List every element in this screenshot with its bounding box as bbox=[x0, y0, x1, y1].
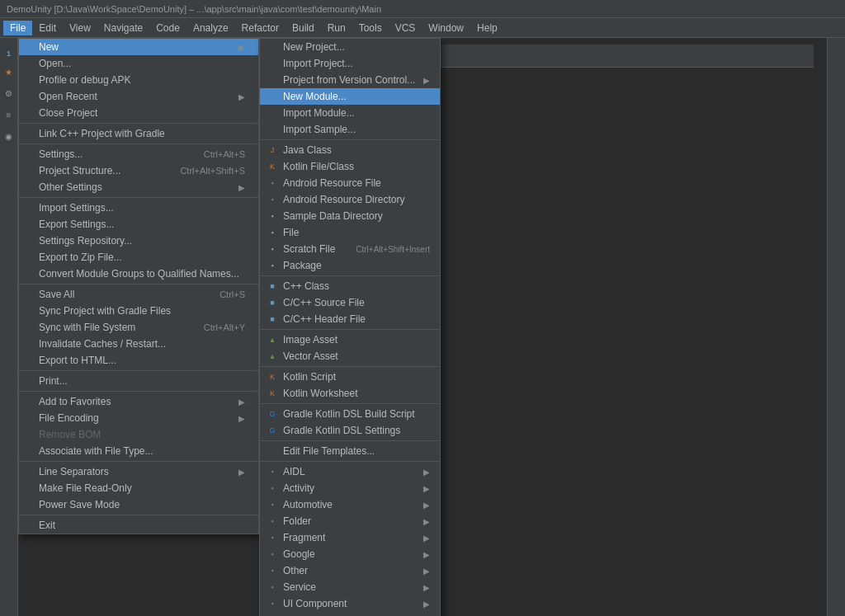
new-submenu-automotive[interactable]: ▪ Automotive ▶ bbox=[260, 496, 440, 513]
menu-item-export-settings[interactable]: Export Settings... bbox=[19, 216, 258, 233]
menu-item-settings[interactable]: Settings... Ctrl+Alt+S bbox=[19, 146, 258, 162]
line-separators-arrow-icon: ▶ bbox=[238, 468, 245, 477]
new-submenu-gradle-kotlin-build[interactable]: G Gradle Kotlin DSL Build Script bbox=[260, 406, 440, 422]
separator-5 bbox=[19, 370, 258, 371]
new-submenu-android-resource-dir[interactable]: ▪ Android Resource Directory bbox=[260, 191, 440, 208]
new-submenu-vector-asset[interactable]: ▲ Vector Asset bbox=[260, 348, 440, 364]
new-submenu-kotlin-script[interactable]: K Kotlin Script bbox=[260, 369, 440, 385]
import-module-icon bbox=[267, 107, 278, 119]
menu-item-close-project[interactable]: Close Project bbox=[19, 105, 258, 121]
menu-item-power-save-label: Power Save Mode bbox=[39, 499, 120, 510]
menu-item-print[interactable]: Print... bbox=[19, 373, 258, 389]
other-icon: ▪ bbox=[267, 565, 278, 576]
new-submenu-sample-data-dir[interactable]: ▪ Sample Data Directory bbox=[260, 208, 440, 224]
new-submenu-android-resource-file[interactable]: ▪ Android Resource File bbox=[260, 175, 440, 191]
menu-help[interactable]: Help bbox=[470, 21, 504, 35]
menu-item-exit[interactable]: Exit bbox=[19, 517, 258, 534]
new-submenu-java-class[interactable]: J Java Class bbox=[260, 142, 440, 158]
java-class-icon: J bbox=[267, 144, 278, 156]
new-submenu-cpp-class[interactable]: ■ C++ Class bbox=[260, 278, 440, 294]
menu-item-link-cpp[interactable]: Link C++ Project with Gradle bbox=[19, 125, 258, 142]
menu-file[interactable]: File bbox=[3, 21, 32, 35]
new-sep-2 bbox=[260, 275, 440, 276]
import-project-icon bbox=[267, 58, 278, 69]
menu-item-profile-debug[interactable]: Profile or debug APK bbox=[19, 72, 258, 88]
menu-analyze[interactable]: Analyze bbox=[186, 21, 235, 35]
new-submenu-service[interactable]: ▪ Service ▶ bbox=[260, 579, 440, 595]
menu-tools[interactable]: Tools bbox=[352, 21, 389, 35]
new-submenu-project-vcs[interactable]: Project from Version Control... ▶ bbox=[260, 72, 440, 88]
new-submenu-image-asset[interactable]: ▲ Image Asset bbox=[260, 332, 440, 348]
menu-item-associate-file-type[interactable]: Associate with File Type... bbox=[19, 443, 258, 459]
new-submenu-ui-component[interactable]: ▪ UI Component ▶ bbox=[260, 595, 440, 612]
new-submenu-scratch-file[interactable]: ▪ Scratch File Ctrl+Alt+Shift+Insert bbox=[260, 241, 440, 257]
new-submenu-edit-file-templates[interactable]: Edit File Templates... bbox=[260, 443, 440, 459]
menu-item-invalidate-caches[interactable]: Invalidate Caches / Restart... bbox=[19, 336, 258, 352]
new-submenu-activity[interactable]: ▪ Activity ▶ bbox=[260, 480, 440, 496]
menu-vcs[interactable]: VCS bbox=[389, 21, 422, 35]
menu-item-add-favorites[interactable]: Add to Favorites ▶ bbox=[19, 393, 258, 410]
menu-build[interactable]: Build bbox=[286, 21, 321, 35]
sidebar-captures-icon[interactable]: ◉ bbox=[0, 127, 18, 145]
google-arrow-icon: ▶ bbox=[423, 550, 430, 559]
menu-item-open[interactable]: Open... bbox=[19, 55, 258, 72]
menu-item-close-project-label: Close Project bbox=[39, 107, 97, 119]
new-submenu-kotlin-worksheet[interactable]: K Kotlin Worksheet bbox=[260, 385, 440, 402]
menu-item-sync-gradle[interactable]: Sync Project with Gradle Files bbox=[19, 303, 258, 319]
new-submenu[interactable]: New Project... Import Project... Project… bbox=[259, 38, 441, 616]
menu-item-line-separators[interactable]: Line Separators ▶ bbox=[19, 463, 258, 480]
menu-item-sync-file-system[interactable]: Sync with File System Ctrl+Alt+Y bbox=[19, 319, 258, 336]
file-menu-dropdown[interactable]: New ▶ Open... Profile or debug APK Open … bbox=[18, 38, 259, 534]
menu-item-export-html[interactable]: Export to HTML... bbox=[19, 352, 258, 369]
menu-item-convert-module[interactable]: Convert Module Groups to Qualified Names… bbox=[19, 266, 258, 282]
new-submenu-kotlin-file[interactable]: K Kotlin File/Class bbox=[260, 158, 440, 175]
menu-item-file-encoding[interactable]: File Encoding ▶ bbox=[19, 410, 258, 426]
new-submenu-wear[interactable]: ▪ Wear ▶ bbox=[260, 612, 440, 616]
menu-item-open-recent[interactable]: Open Recent ▶ bbox=[19, 88, 258, 105]
new-sep-5 bbox=[260, 403, 440, 404]
new-submenu-google[interactable]: ▪ Google ▶ bbox=[260, 546, 440, 562]
sidebar-build-icon[interactable]: ⚙ bbox=[0, 84, 18, 102]
menu-item-import-settings[interactable]: Import Settings... bbox=[19, 200, 258, 216]
scratch-file-icon: ▪ bbox=[267, 243, 278, 255]
new-submenu-package[interactable]: ▪ Package bbox=[260, 257, 440, 274]
menu-view[interactable]: View bbox=[63, 21, 97, 35]
menu-item-project-structure[interactable]: Project Structure... Ctrl+Alt+Shift+S bbox=[19, 162, 258, 179]
menu-item-settings-repository[interactable]: Settings Repository... bbox=[19, 233, 258, 249]
left-sidebar: 1 ★ ⚙ ≡ ◉ bbox=[0, 38, 18, 616]
new-submenu-new-module[interactable]: New Module... bbox=[260, 88, 440, 105]
menu-item-power-save[interactable]: Power Save Mode bbox=[19, 496, 258, 513]
menu-item-make-read-only[interactable]: Make File Read-Only bbox=[19, 480, 258, 496]
new-submenu-cpp-source[interactable]: ■ C/C++ Source File bbox=[260, 294, 440, 311]
menu-item-export-zip[interactable]: Export to Zip File... bbox=[19, 249, 258, 266]
menu-refactor[interactable]: Refactor bbox=[235, 21, 286, 35]
new-submenu-new-project[interactable]: New Project... bbox=[260, 39, 440, 55]
menu-edit[interactable]: Edit bbox=[32, 21, 63, 35]
new-submenu-folder[interactable]: ▪ Folder ▶ bbox=[260, 513, 440, 529]
other-arrow-icon: ▶ bbox=[423, 567, 430, 576]
sidebar-structure-icon[interactable]: ≡ bbox=[0, 106, 18, 124]
new-submenu-import-project[interactable]: Import Project... bbox=[260, 55, 440, 72]
sidebar-project-icon[interactable]: 1 bbox=[0, 45, 18, 63]
menu-code[interactable]: Code bbox=[149, 21, 186, 35]
new-project-label: New Project... bbox=[283, 41, 345, 53]
new-submenu-fragment[interactable]: ▪ Fragment ▶ bbox=[260, 529, 440, 546]
new-submenu-gradle-kotlin-settings[interactable]: G Gradle Kotlin DSL Settings bbox=[260, 422, 440, 439]
menu-item-new[interactable]: New ▶ bbox=[19, 39, 258, 55]
new-submenu-other[interactable]: ▪ Other ▶ bbox=[260, 562, 440, 579]
sidebar-favorites-icon[interactable]: ★ bbox=[0, 63, 18, 81]
menu-item-save-all[interactable]: Save All Ctrl+S bbox=[19, 286, 258, 303]
menu-window[interactable]: Window bbox=[422, 21, 470, 35]
project-vcs-icon bbox=[267, 74, 278, 86]
menu-bar: File Edit View Navigate Code Analyze Ref… bbox=[0, 18, 845, 38]
menu-item-associate-file-type-label: Associate with File Type... bbox=[39, 445, 153, 457]
menu-item-other-settings[interactable]: Other Settings ▶ bbox=[19, 179, 258, 195]
new-submenu-file[interactable]: ▪ File bbox=[260, 224, 440, 241]
google-label: Google bbox=[283, 548, 315, 560]
new-submenu-cpp-header[interactable]: ■ C/C++ Header File bbox=[260, 311, 440, 327]
new-submenu-import-module[interactable]: Import Module... bbox=[260, 105, 440, 121]
menu-navigate[interactable]: Navigate bbox=[97, 21, 149, 35]
menu-run[interactable]: Run bbox=[321, 21, 352, 35]
new-submenu-aidl[interactable]: ▪ AIDL ▶ bbox=[260, 463, 440, 480]
new-submenu-import-sample[interactable]: Import Sample... bbox=[260, 121, 440, 138]
